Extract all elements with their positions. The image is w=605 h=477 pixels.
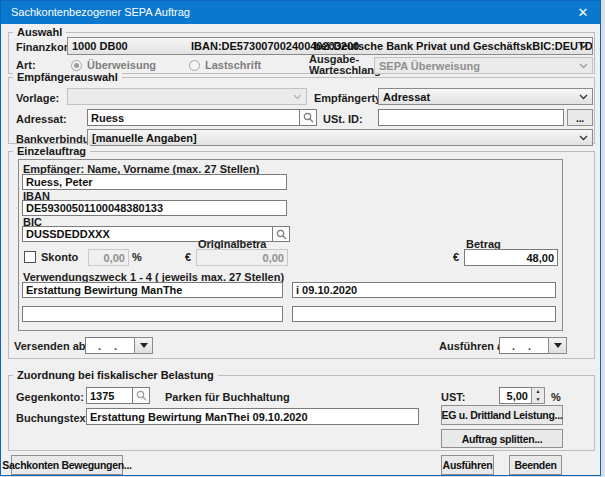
vorlage-select [67, 88, 307, 105]
ust-percent-sign: % [551, 391, 561, 403]
sepa-auftrag-dialog: Sachkontenbezogener SEPA Auftrag ✕ Auswa… [0, 0, 601, 476]
sachkonten-bewegungen-button[interactable]: Sachkonten Bewegungen... [11, 455, 123, 475]
adressat-input[interactable] [87, 109, 300, 126]
gegenkonto-label: Gegenkonto: [16, 391, 84, 403]
gegenkonto-search-button[interactable] [132, 387, 150, 404]
vorlage-label: Vorlage: [16, 92, 59, 104]
ausfuehren-am-date-input[interactable]: . . [499, 337, 549, 354]
eg-drittland-button[interactable]: EG u. Drittland Leistung... [441, 405, 563, 425]
verwendungszweck-1-input[interactable] [22, 282, 283, 298]
iban-input[interactable] [22, 200, 287, 216]
adressat-label: Adressat: [16, 113, 67, 125]
versenden-ab-label: Versenden ab: [14, 340, 89, 352]
beenden-button[interactable]: Beenden [509, 455, 562, 475]
ueberweisung-radio-label: Überweisung [87, 59, 156, 71]
spinner-up-icon[interactable]: ▲ [532, 388, 544, 396]
ausfuehren-am-dropdown-button[interactable] [548, 337, 567, 354]
ust-label: UST: [441, 391, 465, 403]
originalbetrag-input [196, 249, 288, 266]
verwendungszweck-3-input[interactable] [22, 306, 283, 322]
lastschrift-radio[interactable] [189, 60, 200, 71]
versenden-ab-date-input[interactable]: . . [85, 337, 135, 354]
einzelauftrag-legend: Einzelauftrag [13, 145, 90, 157]
bankverbindung-select[interactable]: [manuelle Angaben] [87, 129, 593, 146]
skonto-label: Skonto [41, 251, 78, 263]
empfaengertyp-select[interactable]: Adressat [378, 88, 593, 105]
title-bar[interactable]: Sachkontenbezogener SEPA Auftrag ✕ [1, 1, 600, 24]
originalbetrag-euro-sign: € [185, 251, 191, 263]
bankverbindung-value: [manuelle Angaben] [92, 132, 197, 144]
betrag-euro-sign: € [453, 251, 459, 263]
ustid-browse-button[interactable]: ... [567, 109, 593, 126]
buchungstext-input[interactable] [86, 408, 419, 425]
adressat-search-button[interactable] [299, 109, 317, 126]
bic-search-button[interactable] [272, 226, 290, 242]
screen-background: Sachkontenbezogener SEPA Auftrag ✕ Auswa… [0, 0, 605, 477]
chevron-down-icon [579, 94, 588, 100]
empfaengertyp-value: Adressat [383, 91, 430, 103]
versenden-ab-dropdown-button[interactable] [134, 337, 153, 354]
betrag-input[interactable] [464, 249, 558, 266]
finanzkonto-value: 1000 DB00 [72, 40, 128, 52]
close-icon[interactable]: ✕ [566, 1, 600, 24]
gegenkonto-hint-label: Parken für Buchhaltung [165, 391, 290, 403]
auswahl-legend: Auswahl [13, 26, 66, 38]
search-icon [276, 229, 287, 240]
ust-stepper[interactable]: ▲ ▼ [531, 387, 545, 404]
search-icon [136, 390, 147, 401]
finanzkonto-bei: bei:Deutsche Bank Privat und GeschäftskB… [314, 40, 593, 52]
gegenkonto-input[interactable] [86, 387, 133, 404]
buchungstext-label: Buchungstext: [16, 412, 93, 424]
lastschrift-radio-label: Lastschrift [205, 59, 261, 71]
ustid-label: USt. ID: [323, 113, 363, 125]
dialog-title: Sachkontenbezogener SEPA Auftrag [11, 6, 190, 18]
chevron-down-icon [579, 63, 588, 69]
ausgabe-warteschlange-value: SEPA Überweisung [379, 60, 480, 72]
dropdown-arrow-icon [140, 343, 148, 348]
ausgabe-warteschlange-select: SEPA Überweisung [374, 57, 593, 74]
art-label: Art: [16, 59, 36, 71]
skonto-checkbox[interactable] [24, 251, 36, 263]
verwendungszweck-2-input[interactable] [292, 282, 556, 298]
chevron-down-icon [293, 94, 302, 100]
ustid-input[interactable] [378, 109, 564, 126]
auftrag-splitten-button[interactable]: Auftrag splitten... [441, 429, 563, 448]
chevron-down-icon [579, 135, 588, 141]
dropdown-arrow-icon [554, 343, 562, 348]
skonto-percent-input [88, 249, 129, 266]
ausfuehren-button[interactable]: Ausführen [441, 455, 494, 475]
verwendungszweck-4-input[interactable] [292, 306, 556, 322]
ust-input[interactable] [499, 387, 532, 404]
zuordnung-legend: Zuordnung bei fiskalischer Belastung [13, 369, 218, 381]
search-icon [303, 112, 314, 123]
spinner-down-icon[interactable]: ▼ [532, 396, 544, 404]
skonto-percent-sign: % [132, 251, 142, 263]
empfaenger-name-input[interactable] [22, 174, 287, 190]
ueberweisung-radio[interactable] [71, 60, 82, 71]
empfaengerauswahl-legend: Empfängerauswahl [13, 71, 122, 83]
